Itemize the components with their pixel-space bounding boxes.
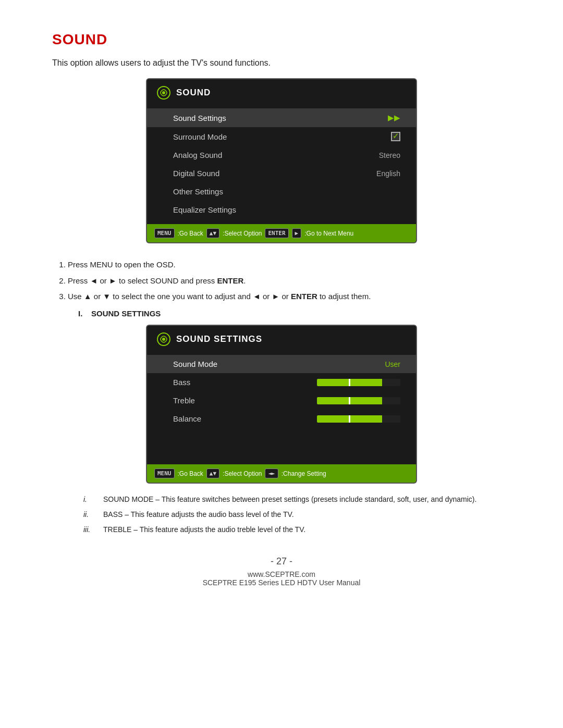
next-menu-label: :Go to Next Menu (304, 230, 353, 237)
page-title: SOUND (52, 31, 511, 48)
sound-menu-row-surround[interactable]: Surround Mode (147, 127, 416, 146)
sound-settings-title: SOUND SETTINGS (176, 334, 262, 344)
ss-select-option: :Select Option (223, 470, 262, 477)
page-number: - 27 - (52, 556, 511, 567)
sound-settings-items: Sound Mode User Bass Treble Balance (147, 353, 416, 464)
enter-arrow-badge: ▶ (292, 228, 302, 238)
sound-menu-row-other[interactable]: Other Settings (147, 182, 416, 201)
sub-instruction-treble: iii. TREBLE – This feature adjusts the a… (83, 524, 511, 535)
sub-instruction-bass: ii. BASS – This feature adjusts the audi… (83, 509, 511, 520)
sound-menu-row-sound-settings[interactable]: Sound Settings ▶▶ (147, 108, 416, 127)
sound-mode-desc: SOUND MODE – This feature switches betwe… (103, 494, 476, 505)
menu-go-back: :Go Back (178, 230, 203, 237)
treble-slider (317, 397, 400, 404)
sound-settings-row-mode[interactable]: Sound Mode User (147, 355, 416, 373)
page-footer: - 27 - www.SCEPTRE.com SCEPTRE E195 Seri… (52, 556, 511, 587)
bass-desc: BASS – This feature adjusts the audio ba… (103, 509, 294, 520)
other-settings-label: Other Settings (173, 187, 400, 196)
sub-heading-sound-settings: I. SOUND SETTINGS (78, 308, 511, 320)
roman-iii: iii. (83, 524, 99, 535)
ss-go-back: :Go Back (178, 470, 203, 477)
instruction-1: Press MENU to open the OSD. (68, 259, 511, 271)
enter-key-badge: ENTER (265, 228, 288, 238)
sound-mode-label: Sound Mode (173, 360, 385, 368)
sound-menu-row-digital[interactable]: Digital Sound English (147, 164, 416, 182)
sound-menu-row-analog[interactable]: Analog Sound Stereo (147, 146, 416, 164)
sound-menu-icon (156, 85, 171, 100)
instructions-list: Press MENU to open the OSD. Press ◄ or ►… (68, 259, 511, 319)
analog-sound-label: Analog Sound (173, 151, 379, 159)
updown-key-badge: ▲▼ (206, 228, 219, 238)
balance-slider (317, 415, 400, 423)
digital-sound-value: English (376, 169, 400, 178)
roman-ii: ii. (83, 509, 99, 520)
sub-instructions-list: i. SOUND MODE – This feature switches be… (83, 494, 511, 535)
sound-settings-footer: MENU :Go Back ▲▼ :Select Option ◄► :Chan… (147, 464, 416, 483)
surround-mode-label: Surround Mode (173, 132, 391, 141)
svg-point-1 (162, 91, 165, 94)
sound-settings-row-balance[interactable]: Balance (147, 410, 416, 428)
ss-menu-key-badge: MENU (154, 468, 175, 478)
bass-slider (317, 379, 400, 386)
sound-menu-screen: SOUND Sound Settings ▶▶ Surround Mode An… (146, 78, 417, 243)
digital-sound-label: Digital Sound (173, 169, 376, 178)
instruction-2: Press ◄ or ► to select SOUND and press E… (68, 275, 511, 287)
select-option-label: :Select Option (223, 230, 262, 237)
sound-menu-row-equalizer[interactable]: Equalizer Settings (147, 201, 416, 219)
sound-settings-row-bass[interactable]: Bass (147, 373, 416, 391)
treble-label: Treble (173, 396, 317, 405)
sound-menu-footer: MENU :Go Back ▲▼ :Select Option ENTER ▶ … (147, 224, 416, 242)
sound-mode-value: User (385, 360, 400, 368)
analog-sound-value: Stereo (379, 151, 400, 159)
sound-settings-row-treble[interactable]: Treble (147, 391, 416, 410)
sound-menu-items: Sound Settings ▶▶ Surround Mode Analog S… (147, 106, 416, 224)
sound-settings-label: Sound Settings (173, 114, 388, 122)
surround-mode-checkbox (391, 132, 400, 141)
ss-change-setting: :Change Setting (282, 470, 326, 477)
website: www.SCEPTRE.com (52, 570, 511, 578)
roman-i: i. (83, 494, 99, 505)
sub-instruction-sound-mode: i. SOUND MODE – This feature switches be… (83, 494, 511, 505)
sound-settings-icon (156, 332, 171, 347)
svg-point-3 (162, 338, 165, 341)
ss-lr-badge: ◄► (265, 468, 278, 478)
balance-label: Balance (173, 414, 317, 423)
equalizer-settings-label: Equalizer Settings (173, 205, 400, 214)
sound-settings-header: SOUND SETTINGS (147, 326, 416, 353)
sound-menu-header: SOUND (147, 79, 416, 106)
sound-settings-screen: SOUND SETTINGS Sound Mode User Bass Treb… (146, 325, 417, 484)
bass-label: Bass (173, 378, 317, 387)
intro-text: This option allows users to adjust the T… (52, 58, 511, 68)
sound-menu-title: SOUND (176, 88, 211, 98)
sound-settings-value: ▶▶ (388, 113, 400, 122)
instruction-3: Use ▲ or ▼ to select the one you want to… (68, 291, 511, 319)
ss-updown-badge: ▲▼ (206, 468, 219, 478)
menu-key-badge: MENU (154, 228, 175, 238)
product-name: SCEPTRE E195 Series LED HDTV User Manual (52, 578, 511, 587)
treble-desc: TREBLE – This feature adjusts the audio … (103, 524, 305, 535)
